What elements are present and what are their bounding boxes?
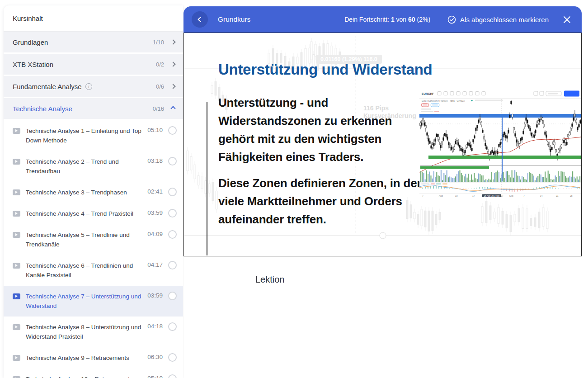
- slide-title: Unterstützung und Widerstand: [218, 61, 432, 78]
- support-zone-band: [428, 156, 581, 159]
- lesson-duration: 03:59: [147, 209, 163, 216]
- macd-signal-line: [419, 186, 580, 190]
- section-progress-count: 0/2: [156, 61, 164, 68]
- section-progress-count: 0/6: [156, 83, 164, 90]
- lesson-row[interactable]: Technische Analyse 6 – Trendlinien und K…: [4, 255, 183, 286]
- lesson-title: Technische Analyse 9 – Retracements: [20, 353, 147, 363]
- svg-text:10: 10: [455, 194, 458, 197]
- trading-chart-screenshot: EURCHF Euro / Schweizer Franken · 4565 ·…: [419, 89, 581, 197]
- svg-text:26 Aug '20 14:00: 26 Aug '20 14:00: [484, 195, 500, 197]
- sidebar-header: Kursinhalt: [4, 5, 183, 32]
- macd-line: [419, 185, 580, 191]
- play-icon: [13, 293, 20, 299]
- lesson-duration: 02:41: [147, 188, 163, 195]
- lesson-row[interactable]: Technische Analyse 5 – Trendlinie und Tr…: [4, 224, 183, 255]
- lesson-list: Technische Analyse 1 – Einleitung und To…: [4, 120, 183, 378]
- course-content-sidebar: Kursinhalt Grundlagen 1/10 XTB XStation …: [4, 5, 183, 378]
- lesson-duration: 06:30: [147, 354, 163, 360]
- lesson-row[interactable]: Technische Analyse 8 – Unterstützung und…: [4, 317, 183, 347]
- mark-complete-label: Als abgeschlossen markieren: [460, 16, 549, 24]
- lesson-duration: 03:18: [147, 157, 163, 164]
- section-row[interactable]: Technische Analyse 0/16: [4, 98, 183, 119]
- lesson-title: Technische Analyse 5 – Trendlinie und Tr…: [20, 230, 147, 249]
- lesson-title: Technische Analyse 1 – Einleitung und To…: [20, 126, 147, 145]
- chevron-icon: [170, 84, 175, 89]
- lesson-row[interactable]: Technische Analyse 7 – Unterstützung und…: [4, 286, 183, 317]
- section-row[interactable]: Fundamentale Analysei 0/6: [4, 76, 183, 97]
- lesson-complete-checkbox[interactable]: [168, 292, 177, 300]
- play-icon: [13, 189, 20, 195]
- lesson-duration: 05:10: [147, 127, 163, 133]
- svg-text:7: 7: [523, 194, 525, 197]
- lesson-row[interactable]: Technische Analyse 9 – Retracements 06:3…: [4, 347, 183, 369]
- svg-text:17: 17: [472, 194, 475, 197]
- svg-text:Sep: Sep: [509, 194, 513, 197]
- play-icon: [13, 128, 20, 134]
- close-icon: [563, 16, 571, 24]
- lesson-complete-checkbox[interactable]: [168, 157, 177, 165]
- lesson-complete-checkbox[interactable]: [168, 322, 177, 331]
- chevron-icon: [170, 61, 175, 66]
- lesson-duration: 04:17: [147, 261, 163, 268]
- lesson-title: Technische Analyse 10 – Retracements Pra…: [20, 374, 147, 378]
- course-app: Kursinhalt Grundlagen 1/10 XTB XStation …: [0, 0, 588, 378]
- svg-text:28: 28: [570, 194, 573, 197]
- section-label: Fundamentale Analyse: [13, 83, 82, 90]
- lesson-complete-checkbox[interactable]: [168, 126, 177, 135]
- chart-buy-button: [564, 91, 579, 97]
- section-row[interactable]: Grundlagen 1/10: [4, 32, 183, 52]
- lesson-complete-checkbox[interactable]: [168, 188, 177, 196]
- sidebar-title: Kursinhalt: [13, 14, 43, 22]
- play-icon: [13, 355, 20, 361]
- section-list: Grundlagen 1/10 XTB XStation 0/2 Fundame…: [4, 32, 183, 119]
- progress-current: 1: [391, 16, 395, 23]
- section-progress-count: 1/10: [153, 39, 164, 46]
- course-title: Grundkurs: [218, 15, 250, 24]
- lesson-title: Technische Analyse 3 – Trendphasen: [20, 188, 147, 197]
- course-header: Grundkurs Dein Fortschritt: 1 von 60 (2%…: [183, 6, 582, 33]
- lesson-title: Technische Analyse 4 – Trend Praxisteil: [20, 209, 147, 218]
- back-button[interactable]: [192, 11, 208, 28]
- resistance-zone-band: [419, 114, 581, 118]
- chevron-icon: [170, 106, 175, 111]
- chart-symbol-label: EURCHF: [422, 92, 434, 95]
- lesson-row[interactable]: Technische Analyse 1 – Einleitung und To…: [4, 120, 183, 151]
- lesson-row[interactable]: Technische Analyse 10 – Retracements Pra…: [4, 369, 183, 378]
- section-label: Grundlagen: [13, 38, 48, 46]
- slide-paragraph-1: Unterstützung - undWiderstandszonen zu e…: [218, 94, 435, 166]
- lesson-complete-checkbox[interactable]: [168, 374, 177, 378]
- svg-text:Aug: Aug: [439, 194, 443, 197]
- lesson-row[interactable]: Technische Analyse 4 – Trend Praxisteil …: [4, 203, 183, 224]
- lesson-complete-checkbox[interactable]: [168, 353, 177, 362]
- progress-indicator: Dein Fortschritt: 1 von 60 (2%): [344, 16, 430, 23]
- lesson-title: Technische Analyse 2 – Trend und Trendau…: [20, 157, 147, 176]
- lesson-complete-checkbox[interactable]: [168, 209, 177, 217]
- section-row[interactable]: XTB XStation 0/2: [4, 54, 183, 75]
- play-icon: [13, 263, 20, 269]
- lesson-row[interactable]: Technische Analyse 2 – Trend und Trendau…: [4, 151, 183, 182]
- svg-text:14: 14: [540, 194, 543, 197]
- play-icon: [13, 159, 20, 165]
- section-label: XTB XStation: [13, 61, 53, 68]
- lesson-complete-checkbox[interactable]: [168, 261, 177, 269]
- lesson-duration: 05:19: [147, 375, 163, 378]
- section-label: Technische Analyse: [13, 105, 72, 113]
- lesson-complete-checkbox[interactable]: [168, 230, 177, 239]
- lesson-row[interactable]: Technische Analyse 3 – Trendphasen 02:41: [4, 182, 183, 203]
- section-progress-count: 0/16: [153, 105, 164, 112]
- lesson-duration: 03:59: [147, 292, 163, 299]
- lesson-title: Technische Analyse 6 – Trendlinien und K…: [20, 261, 147, 280]
- play-icon: [13, 376, 20, 378]
- lesson-slide: 0.01160 (1.29%) 116.0 116 Pips Kursverän…: [183, 33, 582, 256]
- svg-text:21: 21: [556, 194, 559, 197]
- support-zone-band-2: [420, 166, 489, 169]
- chart-subtitle-label: Euro / Schweizer Franken · 4565 · OANDA: [422, 99, 465, 102]
- slide-paragraph-2: Diese Zonen definieren Zonen, in denviel…: [218, 174, 435, 228]
- mark-complete-button[interactable]: Als abgeschlossen markieren: [447, 15, 549, 24]
- slide-vertical-rule: [207, 102, 207, 255]
- svg-text:7: 7: [422, 194, 423, 197]
- lesson-footer: Lektion: [183, 257, 588, 378]
- close-button[interactable]: [563, 16, 571, 24]
- chevron-icon: [170, 39, 175, 44]
- chevron-left-icon: [196, 15, 204, 24]
